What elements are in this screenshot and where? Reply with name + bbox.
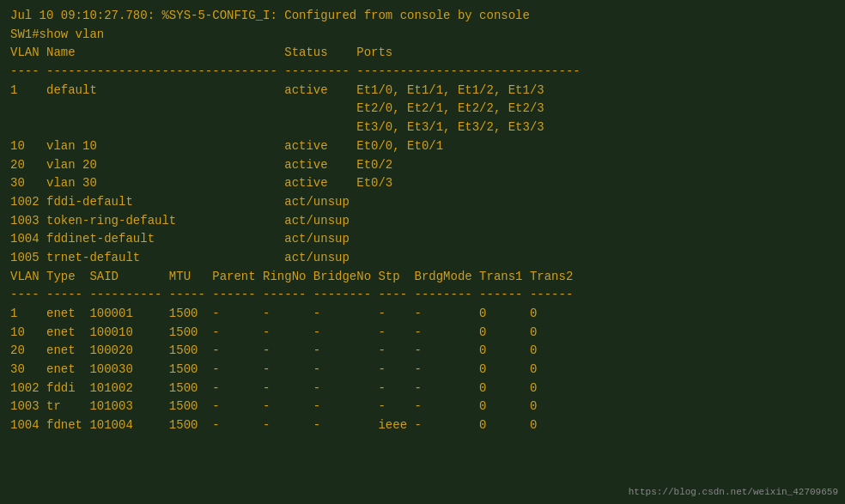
terminal-line: Et2/0, Et2/1, Et2/2, Et2/3 bbox=[10, 100, 835, 118]
terminal-line: 30 vlan 30 active Et0/3 bbox=[10, 174, 835, 193]
terminal-line: VLAN Type SAID MTU Parent RingNo BridgeN… bbox=[10, 268, 835, 287]
terminal-line: 1 default active Et1/0, Et1/1, Et1/2, Et… bbox=[10, 82, 835, 100]
terminal-line: 10 vlan 10 active Et0/0, Et0/1 bbox=[10, 137, 835, 156]
terminal-line: VLAN Name Status Ports bbox=[10, 44, 835, 63]
terminal-line: 1004 fddinet-default act/unsup bbox=[10, 230, 835, 249]
terminal-line: ---- ----- ---------- ----- ------ -----… bbox=[10, 286, 835, 305]
terminal-line: 1005 trnet-default act/unsup bbox=[10, 249, 835, 268]
terminal-line: 1002 fddi 101002 1500 - - - - - 0 0 bbox=[10, 380, 835, 398]
terminal-line: 20 vlan 20 active Et0/2 bbox=[10, 156, 835, 175]
terminal-line: 1004 fdnet 101004 1500 - - - ieee - 0 0 bbox=[10, 416, 835, 435]
terminal-line: Jul 10 09:10:27.780: %SYS-5-CONFIG_I: Co… bbox=[10, 7, 835, 26]
terminal-line: 20 enet 100020 1500 - - - - - 0 0 bbox=[10, 342, 835, 361]
terminal-line: Et3/0, Et3/1, Et3/2, Et3/3 bbox=[10, 118, 835, 137]
terminal-line: 30 enet 100030 1500 - - - - - 0 0 bbox=[10, 361, 835, 380]
terminal-line: 1003 token-ring-default act/unsup bbox=[10, 212, 835, 231]
terminal-line: 1003 tr 101003 1500 - - - - - 0 0 bbox=[10, 398, 835, 416]
watermark: https://blog.csdn.net/weixin_42709659 bbox=[629, 487, 838, 497]
terminal-line: 1002 fddi-default act/unsup bbox=[10, 193, 835, 212]
terminal-line: SW1#show vlan bbox=[10, 26, 835, 45]
terminal-line: 10 enet 100010 1500 - - - - - 0 0 bbox=[10, 324, 835, 343]
terminal-line: 1 enet 100001 1500 - - - - - 0 0 bbox=[10, 305, 835, 324]
terminal-output: Jul 10 09:10:27.780: %SYS-5-CONFIG_I: Co… bbox=[10, 7, 835, 435]
terminal-line: ---- -------------------------------- --… bbox=[10, 63, 835, 82]
